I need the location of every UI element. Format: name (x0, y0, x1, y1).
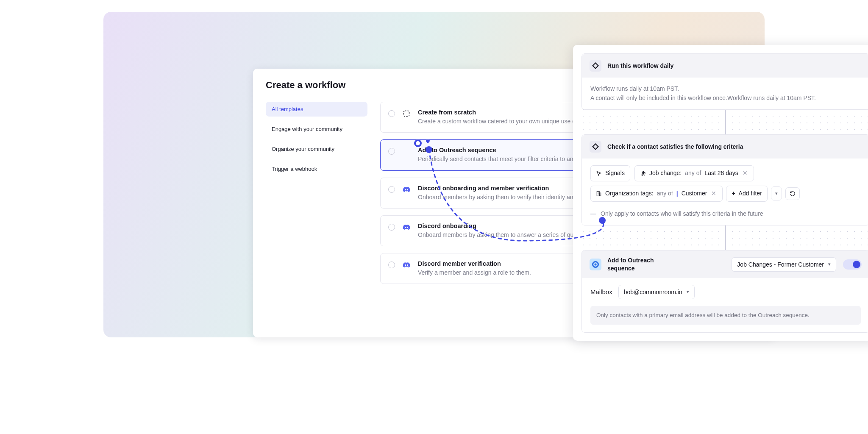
signals-label: Signals (605, 169, 625, 178)
sidebar-item-organize[interactable]: Organize your community (266, 142, 367, 156)
stage-background: Create a workflow All templates Engage w… (103, 12, 765, 337)
radio-unselected[interactable] (388, 224, 395, 231)
trigger-body-line1: Workflow runs daily at 10am PST. (590, 84, 861, 94)
trigger-step-card: Run this workflow daily Workflow runs da… (581, 53, 868, 110)
svg-rect-7 (599, 193, 601, 196)
reset-filters-button[interactable] (785, 187, 800, 200)
template-category-list: All templates Engage with your community… (266, 102, 367, 284)
decor-circle-icon (414, 139, 422, 147)
diamond-icon (590, 141, 601, 153)
decor-dot-end (599, 217, 606, 224)
decor-heart-icon (425, 138, 429, 142)
action-title: Add to Outreach sequence (607, 256, 667, 272)
action-step-card: Add to Outreach sequence Job Changes - F… (581, 250, 868, 333)
radio-unselected[interactable] (388, 186, 395, 193)
filter-value: Customer (682, 189, 707, 198)
svg-rect-6 (597, 192, 599, 196)
criteria-title: Check if a contact satisfies the followi… (607, 143, 743, 150)
sequence-select[interactable]: Job Changes - Former Customer ▾ (732, 257, 836, 272)
diamond-icon (590, 60, 601, 72)
radio-unselected[interactable] (388, 262, 395, 268)
action-info-text: Only contacts with a primary email addre… (590, 306, 861, 325)
step-connector (725, 225, 726, 250)
future-note-text: Only apply to contacts who will satisfy … (601, 209, 763, 219)
filter-label: Organization tags: (605, 189, 654, 198)
cursor-icon (596, 170, 602, 176)
scratch-icon (403, 110, 410, 117)
walking-icon (640, 170, 646, 176)
mailbox-label: Mailbox (590, 288, 612, 295)
filter-op: any of (657, 189, 673, 198)
filter-dropdown-button[interactable]: ▾ (771, 186, 782, 200)
criteria-step-card: Check if a contact satisfies the followi… (581, 134, 868, 225)
mailbox-value: bob@commonroom.io (624, 289, 682, 295)
radio-unselected[interactable] (388, 148, 395, 155)
svg-point-9 (595, 263, 597, 265)
discord-icon (403, 261, 410, 269)
text-cursor: | (676, 189, 678, 198)
outreach-badge-icon (590, 259, 601, 270)
chevron-down-icon: ▾ (687, 289, 689, 295)
filter-value: Last 28 days (704, 169, 738, 178)
sidebar-item-all-templates[interactable]: All templates (266, 102, 367, 117)
template-desc: Verify a member and assign a role to the… (418, 268, 531, 277)
svg-rect-0 (404, 111, 409, 117)
discord-icon (403, 186, 410, 193)
action-enabled-toggle[interactable] (843, 259, 862, 270)
template-desc: Create a custom workflow catered to your… (418, 117, 587, 125)
sequence-value: Job Changes - Former Customer (737, 261, 824, 268)
remove-filter-icon[interactable]: ✕ (710, 189, 717, 198)
mailbox-select[interactable]: bob@commonroom.io ▾ (618, 285, 695, 299)
step-connector (725, 110, 726, 134)
building-icon (596, 191, 602, 197)
undo-icon (790, 191, 796, 197)
workflow-detail-panel: Run this workflow daily Workflow runs da… (573, 45, 868, 341)
sidebar-item-webhook[interactable]: Trigger a webhook (266, 161, 367, 176)
signals-chip[interactable]: Signals (590, 165, 630, 181)
sidebar-item-engage[interactable]: Engage with your community (266, 122, 367, 136)
add-filter-label: Add filter (739, 189, 762, 198)
dash-icon (590, 214, 596, 214)
filter-org-tags[interactable]: Organization tags: any of | Customer ✕ (590, 186, 723, 202)
template-title: Create from scratch (418, 109, 587, 116)
template-title: Discord member verification (418, 260, 531, 267)
trigger-body-line2: A contact will only be included in this … (590, 94, 861, 103)
filter-label: Job change: (649, 169, 682, 178)
radio-unselected[interactable] (388, 110, 395, 117)
decor-dot-start (426, 146, 432, 153)
remove-filter-icon[interactable]: ✕ (742, 169, 748, 178)
add-filter-button[interactable]: + Add filter (726, 186, 767, 202)
discord-icon (403, 223, 410, 231)
plus-icon: + (732, 189, 735, 198)
filter-job-change[interactable]: Job change: any of Last 28 days ✕ (634, 165, 754, 181)
trigger-title: Run this workflow daily (607, 62, 673, 69)
chevron-down-icon: ▾ (828, 262, 831, 267)
filter-op: any of (685, 169, 701, 178)
chevron-down-icon: ▾ (775, 190, 778, 197)
